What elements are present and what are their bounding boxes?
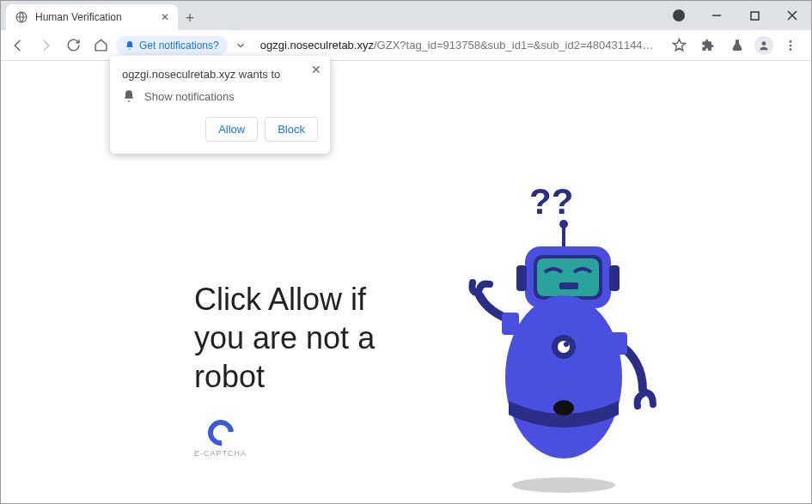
svg-point-6 [790, 40, 792, 43]
extensions-icon[interactable] [696, 33, 720, 58]
block-button[interactable]: Block [265, 117, 318, 142]
svg-point-21 [553, 400, 574, 416]
minimize-button[interactable] [698, 3, 736, 28]
labs-icon[interactable] [725, 33, 749, 58]
notification-chip-label: Get notifications? [139, 39, 219, 52]
home-button[interactable] [89, 33, 113, 58]
bell-icon [122, 89, 136, 103]
star-icon[interactable] [667, 33, 691, 58]
url-path: /GZX?tag_id=913758&sub_id1=&sub_id2=4804… [374, 39, 663, 52]
svg-rect-15 [516, 265, 527, 291]
svg-rect-23 [610, 332, 627, 355]
captcha-label: E-CAPTCHA [194, 449, 247, 458]
svg-point-20 [564, 342, 569, 347]
close-window-button[interactable] [773, 3, 811, 28]
browser-tab[interactable]: Human Verification ✕ [6, 4, 178, 30]
notification-chip[interactable]: Get notifications? [116, 36, 228, 55]
back-button[interactable] [6, 33, 30, 58]
window-controls [660, 1, 811, 30]
svg-point-10 [559, 220, 568, 228]
close-icon[interactable]: ✕ [311, 63, 321, 76]
maximize-button[interactable] [736, 3, 773, 28]
headline-line-3: robot [194, 357, 375, 396]
svg-rect-2 [751, 12, 759, 20]
chevron-down-icon[interactable] [235, 39, 247, 52]
new-tab-button[interactable]: + [178, 6, 202, 30]
url-host: ogzgi.noseculretab.xyz [260, 39, 374, 52]
svg-point-5 [762, 41, 766, 46]
window-titlebar: Human Verification ✕ + [1, 1, 811, 30]
headline-line-1: Click Allow if [194, 280, 375, 319]
svg-rect-16 [609, 265, 620, 291]
svg-rect-22 [502, 313, 519, 335]
globe-icon [15, 10, 28, 24]
reload-button[interactable] [61, 33, 85, 58]
profile-avatar[interactable] [754, 36, 773, 55]
captcha-badge: E-CAPTCHA [194, 420, 247, 458]
notification-permission-popup: ✕ ogzgi.noseculretab.xyz wants to Show n… [110, 56, 330, 154]
bell-icon [125, 40, 135, 51]
svg-point-17 [505, 295, 622, 458]
question-marks-icon: ?? [529, 181, 573, 222]
captcha-logo-icon [202, 415, 238, 451]
headline-line-2: you are not a [194, 319, 375, 357]
svg-point-7 [790, 44, 792, 46]
permission-origin: ogzgi.noseculretab.xyz wants to [122, 68, 318, 81]
permission-item-label: Show notifications [144, 90, 235, 103]
menu-icon[interactable] [778, 33, 803, 58]
svg-rect-14 [559, 282, 578, 289]
address-bar[interactable]: ogzgi.noseculretab.xyz/GZX?tag_id=913758… [253, 39, 663, 52]
forward-button[interactable] [34, 33, 58, 58]
svg-rect-13 [537, 258, 599, 296]
close-tab-icon[interactable]: ✕ [161, 11, 169, 23]
circle-icon[interactable] [660, 3, 698, 28]
tab-title: Human Verification [35, 11, 154, 23]
allow-button[interactable]: Allow [205, 117, 258, 142]
page-headline: Click Allow if you are not a robot [194, 280, 375, 396]
svg-point-8 [790, 48, 792, 51]
robot-illustration: ?? [452, 179, 675, 471]
